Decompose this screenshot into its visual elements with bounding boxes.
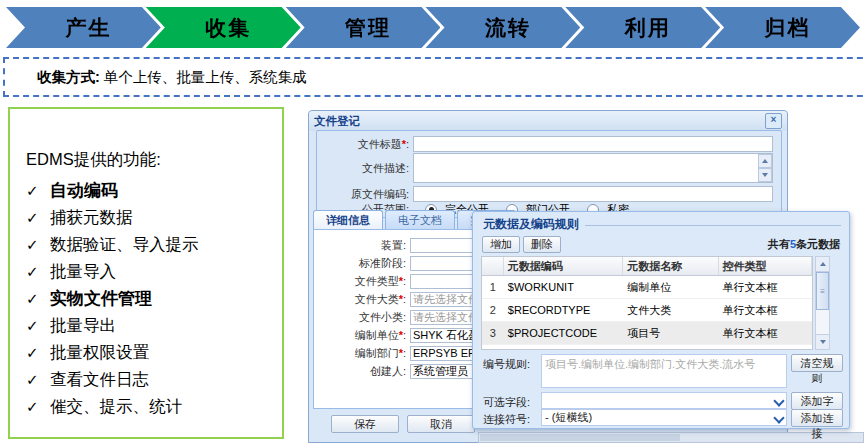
table-row[interactable]: 4 $DEPARTMENT 编制部门 单行文本框 <box>482 345 812 350</box>
table-row[interactable]: 1 $WORKUNIT 编制单位 单行文本框 <box>482 276 812 299</box>
dropdown-arrow-icon[interactable] <box>773 395 784 406</box>
check-icon: ✓ <box>26 236 50 254</box>
flow-step-label: 产生 <box>65 14 111 42</box>
check-icon: ✓ <box>26 344 50 362</box>
file-title-input[interactable] <box>413 136 773 152</box>
check-icon: ✓ <box>26 371 50 389</box>
save-button[interactable]: 保存 <box>331 415 399 433</box>
metadata-toolbar: 增加 删除 共有5条元数据 <box>482 236 840 253</box>
feature-item: ✓实物文件管理 <box>26 285 282 312</box>
optional-field-label: 可选字段: <box>483 392 541 410</box>
spinner-down-icon[interactable] <box>758 168 772 182</box>
flow-step-produce: 产生 <box>6 7 161 48</box>
horizontal-scrollbar[interactable] <box>478 432 864 443</box>
metadata-panel-title-row: 元数据及编码规则 <box>483 216 841 233</box>
metadata-rules-panel: 元数据及编码规则 增加 删除 共有5条元数据 元数据编码 元数据名称 控件类型 … <box>472 211 850 429</box>
slide: 产生 收集 管理 流转 利用 归档 收集方式: 单个上传、批量上传、系统集成 E… <box>0 0 866 445</box>
col-name[interactable]: 元数据名称 <box>623 257 718 275</box>
features-title: EDMS提供的功能: <box>26 149 282 171</box>
flow-step-label: 收集 <box>205 14 251 42</box>
delete-button[interactable]: 删除 <box>523 236 561 253</box>
col-type[interactable]: 控件类型 <box>719 257 812 275</box>
rule-input[interactable]: 项目号.编制单位.编制部门.文件大类.流水号 <box>541 354 787 388</box>
feature-item: ✓催交、提示、统计 <box>26 393 282 420</box>
dropdown-arrow-icon[interactable] <box>773 412 784 423</box>
check-icon: ✓ <box>26 263 50 281</box>
field-row-original-code: 原文件编码: <box>317 186 781 202</box>
banner-text: 单个上传、批量上传、系统集成 <box>104 68 307 87</box>
metadata-panel-title: 元数据及编码规则 <box>483 216 579 233</box>
original-code-input[interactable] <box>413 186 773 202</box>
feature-item: ✓自动编码 <box>26 177 282 204</box>
dialog-title: 文件登记 <box>314 114 765 129</box>
field-row-title: 文件标题*: <box>317 136 781 152</box>
metadata-count: 共有5条元数据 <box>768 237 840 252</box>
check-icon: ✓ <box>26 209 50 227</box>
connector-label: 连接符号: <box>483 409 541 427</box>
file-description-textarea[interactable] <box>413 153 773 183</box>
optional-field-select[interactable] <box>541 392 787 409</box>
dialog-titlebar[interactable]: 文件登记 × <box>309 111 787 131</box>
spinner-up-icon[interactable] <box>758 154 772 168</box>
field-row-description: 文件描述: <box>317 153 781 183</box>
title-rule-line <box>585 225 841 226</box>
banner-label: 收集方式: <box>37 68 100 87</box>
flow-step-use: 利用 <box>565 7 720 48</box>
flow-step-flow: 流转 <box>425 7 580 48</box>
flow-step-manage: 管理 <box>286 7 441 48</box>
flow-step-label: 归档 <box>765 14 811 42</box>
check-icon: ✓ <box>26 398 50 416</box>
feature-item: ✓批量权限设置 <box>26 339 282 366</box>
check-icon: ✓ <box>26 182 50 200</box>
flow-step-archive: 归档 <box>705 7 860 48</box>
file-description-wrap <box>413 153 773 183</box>
dialog-top-fieldset: 文件标题*: 文件描述: 原文件编码: 公开范围: <box>316 130 782 218</box>
scrollbar-thumb[interactable] <box>480 434 680 441</box>
scrollbar-thumb[interactable]: ≡ <box>816 272 829 310</box>
flow-step-label: 利用 <box>625 14 671 42</box>
add-connector-button[interactable]: 添加连接 <box>791 409 843 427</box>
flow-step-label: 流转 <box>485 14 531 42</box>
table-scrollbar[interactable]: ≡ <box>815 256 830 350</box>
close-icon[interactable]: × <box>765 113 782 129</box>
scroll-up-icon[interactable] <box>816 257 829 272</box>
scroll-down-icon[interactable] <box>816 334 829 349</box>
feature-item: ✓数据验证、导入提示 <box>26 231 282 258</box>
features-box: EDMS提供的功能: ✓自动编码 ✓捕获元数据 ✓数据验证、导入提示 ✓批量导入… <box>8 107 284 439</box>
file-title-label: 文件标题*: <box>317 137 413 152</box>
process-flow: 产生 收集 管理 流转 利用 归档 <box>6 7 860 48</box>
file-description-label: 文件描述: <box>317 161 413 176</box>
connector-row: 连接符号: - (短横线) <box>483 409 841 427</box>
feature-item: ✓查看文件日志 <box>26 366 282 393</box>
original-code-label: 原文件编码: <box>317 187 413 202</box>
rule-label: 编号规则: <box>483 354 541 372</box>
tab-detail-info[interactable]: 详细信息 <box>313 210 383 229</box>
flow-step-label: 管理 <box>345 14 391 42</box>
feature-item: ✓批量导出 <box>26 312 282 339</box>
col-code[interactable]: 元数据编码 <box>504 257 623 275</box>
clear-rule-button[interactable]: 清空规则 <box>791 354 843 372</box>
flow-step-collect: 收集 <box>146 7 301 48</box>
textarea-spinner <box>758 154 772 182</box>
tab-electronic-doc[interactable]: 电子文档 <box>385 210 455 229</box>
collection-method-banner: 收集方式: 单个上传、批量上传、系统集成 <box>3 57 866 97</box>
table-header: 元数据编码 元数据名称 控件类型 <box>482 257 812 276</box>
rule-row: 编号规则: 项目号.编制单位.编制部门.文件大类.流水号 <box>483 354 841 388</box>
feature-item: ✓捕获元数据 <box>26 204 282 231</box>
metadata-table: 元数据编码 元数据名称 控件类型 1 $WORKUNIT 编制单位 单行文本框 … <box>481 256 813 350</box>
check-icon: ✓ <box>26 290 50 308</box>
table-row[interactable]: 2 $RECORDTYPE 文件大类 单行文本框 <box>482 299 812 322</box>
feature-item: ✓批量导入 <box>26 258 282 285</box>
cancel-button[interactable]: 取消 <box>407 415 475 433</box>
optional-field-row: 可选字段: <box>483 392 841 410</box>
table-row[interactable]: 3 $PROJECTCODE 项目号 单行文本框 <box>482 322 812 345</box>
add-field-button[interactable]: 添加字段 <box>791 392 843 410</box>
check-icon: ✓ <box>26 317 50 335</box>
add-button[interactable]: 增加 <box>482 236 520 253</box>
connector-select[interactable]: - (短横线) <box>541 409 787 426</box>
